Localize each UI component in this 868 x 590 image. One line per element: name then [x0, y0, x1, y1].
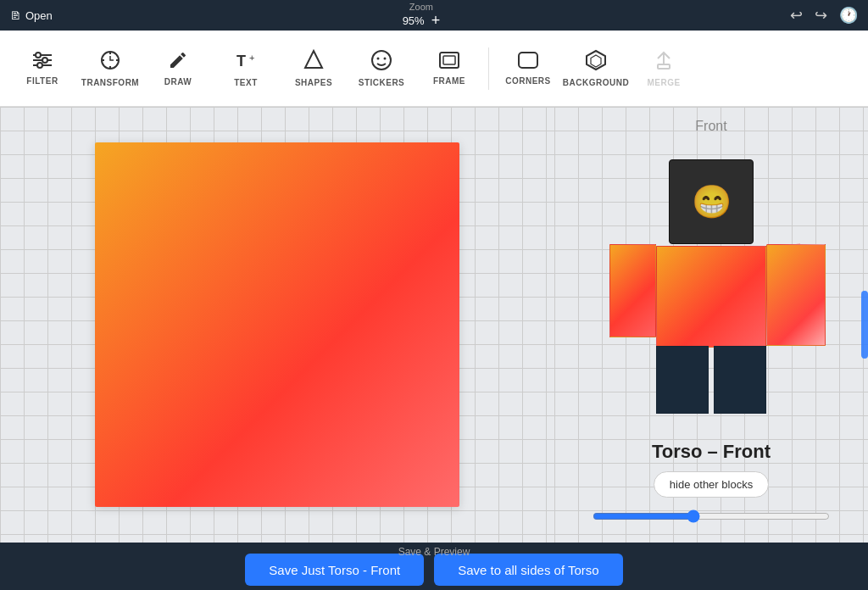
- redo-icon[interactable]: ↪: [815, 6, 827, 25]
- text-icon: T+: [235, 49, 257, 75]
- save-torso-button[interactable]: Save Just Torso - Front: [245, 554, 424, 586]
- stickers-icon: [370, 49, 392, 75]
- canvas-image[interactable]: [95, 142, 459, 507]
- transform-icon: [99, 49, 121, 75]
- svg-rect-14: [443, 56, 455, 64]
- main-area: Front 😁 Torso – Front hi: [0, 107, 868, 543]
- character-leg-right: [714, 346, 766, 414]
- corners-label: CORNERS: [505, 76, 551, 86]
- merge-label: MERGE: [647, 78, 680, 87]
- tool-draw[interactable]: DRAW: [144, 35, 212, 103]
- background-label: BACKGROUND: [563, 78, 629, 87]
- character-arm-left: [609, 244, 656, 337]
- draw-label: DRAW: [164, 77, 192, 86]
- open-label: Open: [25, 9, 53, 22]
- svg-marker-17: [591, 55, 601, 67]
- frame-label: FRAME: [433, 76, 465, 86]
- svg-point-10: [372, 51, 391, 70]
- svg-point-5: [37, 63, 42, 68]
- frame-icon: [438, 51, 460, 73]
- preview-label: Front: [695, 119, 726, 134]
- svg-point-4: [42, 58, 47, 63]
- tool-background[interactable]: BACKGROUND: [562, 35, 630, 103]
- svg-point-12: [384, 58, 387, 60]
- topbar-center: Zoom 95% +: [403, 2, 441, 30]
- transform-label: TRANSFORM: [81, 78, 139, 87]
- tool-frame[interactable]: FRAME: [415, 35, 483, 103]
- tool-transform[interactable]: TRANSFORM: [76, 35, 144, 103]
- bottom-bar: Save & Preview Save Just Torso - Front S…: [0, 543, 868, 590]
- tool-text[interactable]: T+ TEXT: [212, 35, 280, 103]
- history-icon[interactable]: 🕐: [839, 6, 858, 25]
- top-bar: 🖹 Open Zoom 95% + ↩ ↪ 🕐: [0, 0, 868, 31]
- save-preview-label: Save & Preview: [398, 546, 470, 558]
- tool-shapes[interactable]: SHAPES: [280, 35, 348, 103]
- open-icon: 🖹: [10, 9, 21, 22]
- canvas-panel: [0, 107, 554, 543]
- svg-text:T: T: [236, 53, 246, 70]
- shapes-label: SHAPES: [295, 78, 332, 87]
- filter-icon: [31, 51, 53, 73]
- character-preview: 😁: [584, 144, 838, 432]
- merge-icon: [653, 49, 675, 75]
- svg-point-11: [377, 58, 380, 60]
- preview-panel: Front 😁 Torso – Front hi: [554, 107, 868, 543]
- draw-icon: [168, 50, 188, 74]
- open-button[interactable]: 🖹 Open: [10, 9, 53, 22]
- tool-corners[interactable]: CORNERS: [494, 35, 562, 103]
- background-icon: [585, 49, 607, 75]
- zoom-plus-button[interactable]: +: [431, 12, 441, 30]
- character-face: 😁: [677, 168, 745, 236]
- save-all-sides-button[interactable]: Save to all sides of Torso: [434, 554, 622, 586]
- character-arm-right: [766, 244, 826, 346]
- svg-marker-9: [305, 51, 322, 68]
- topbar-left: 🖹 Open: [10, 9, 53, 22]
- zoom-label: Zoom: [409, 2, 433, 12]
- character-leg-left: [656, 346, 709, 414]
- opacity-slider[interactable]: [593, 509, 830, 523]
- tool-stickers[interactable]: STICKERS: [348, 35, 415, 103]
- text-label: TEXT: [234, 78, 258, 87]
- tool-filter[interactable]: FILTER: [8, 35, 76, 103]
- svg-text:+: +: [249, 53, 254, 63]
- character-torso: [656, 246, 766, 348]
- slider-container: [593, 509, 830, 526]
- topbar-right: ↩ ↪ 🕐: [790, 6, 858, 25]
- svg-point-3: [36, 53, 41, 58]
- filter-label: FILTER: [26, 76, 58, 86]
- tool-merge[interactable]: MERGE: [630, 35, 698, 103]
- toolbar: FILTER TRANSFORM DRAW T+ TEXT SHAPES STI…: [0, 31, 868, 107]
- stickers-label: STICKERS: [359, 78, 405, 87]
- toolbar-separator: [488, 47, 489, 90]
- corners-icon: [517, 51, 539, 73]
- svg-rect-18: [658, 64, 670, 69]
- undo-icon[interactable]: ↩: [790, 6, 803, 25]
- hide-blocks-button[interactable]: hide other blocks: [654, 471, 769, 498]
- scrollbar[interactable]: [861, 291, 868, 359]
- shapes-icon: [303, 49, 325, 75]
- svg-rect-15: [519, 53, 537, 68]
- zoom-value: 95%: [403, 14, 425, 27]
- torso-label: Torso – Front: [652, 441, 771, 463]
